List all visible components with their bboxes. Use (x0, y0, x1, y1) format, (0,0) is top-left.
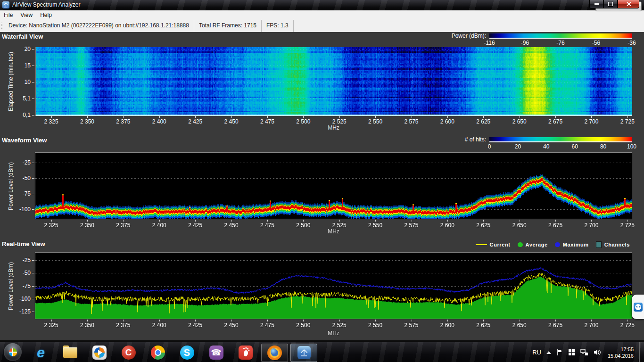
realtime-plot (35, 253, 632, 319)
x-tick-mark (51, 320, 52, 321)
x-tick-label: 2 450 (224, 118, 239, 125)
y-tick-mark (32, 273, 34, 273)
waterfall-colorbar-ticks: -116-96-76-56-36 (489, 40, 632, 46)
x-tick-mark (627, 320, 628, 321)
legend-maximum-label: Maximum (563, 242, 589, 247)
taskbar-apps: e C S ☎ (27, 342, 317, 362)
minimize-button[interactable] (589, 0, 603, 8)
restore-icon (608, 2, 613, 6)
taskbar-skype[interactable]: S (173, 344, 200, 362)
legend-average: Average (518, 242, 548, 247)
legend-current: Current (476, 242, 511, 247)
x-tick-label: 2 675 (548, 222, 562, 229)
x-tick-mark (267, 116, 268, 118)
x-tick-mark (231, 220, 232, 222)
x-tick-label: 2 650 (512, 118, 527, 125)
waveform-colorbar-label: # of hits: (465, 136, 486, 143)
teamviewer-panel[interactable] (632, 295, 644, 319)
x-tick-label: 2 400 (152, 222, 166, 229)
toolbar-grip (1, 23, 2, 29)
menu-help[interactable]: Help (36, 10, 56, 20)
rf-frames-count: Total RF Frames: 1715 (194, 20, 262, 32)
y-tick-label: -25 (23, 257, 31, 263)
x-tick-label: 2 450 (224, 222, 239, 229)
volume-icon[interactable] (594, 349, 601, 356)
x-tick-mark (412, 320, 412, 321)
x-tick-label: 2 700 (584, 322, 598, 329)
skype-icon: S (180, 346, 194, 360)
window-title: AirView Spectrum Analyzer (12, 1, 81, 8)
x-tick-label: 2 400 (152, 322, 166, 329)
realtime-x-axis: 2 3252 3502 3752 4002 4252 4502 4752 500… (35, 320, 632, 329)
taskbar-chrome[interactable] (144, 344, 171, 362)
y-tick-mark (32, 49, 34, 49)
y-tick-mark (32, 260, 34, 261)
x-tick-mark (483, 220, 484, 222)
taskbar-viber[interactable]: ☎ (203, 344, 230, 362)
x-tick-mark (483, 116, 484, 118)
start-button[interactable] (4, 343, 22, 361)
x-tick-label: 2 625 (476, 222, 490, 229)
taskbar-media-player[interactable] (86, 344, 113, 362)
y-tick-mark (32, 209, 34, 210)
y-tick-label: 5,1 (23, 95, 31, 102)
get-windows-icon[interactable] (568, 349, 575, 356)
x-tick-label: 2 700 (584, 118, 598, 125)
maximum-dot-swatch (555, 242, 560, 247)
x-tick-label: 2 575 (404, 322, 418, 329)
legend-current-label: Current (490, 242, 511, 247)
x-tick-label: 2 525 (332, 222, 347, 229)
hidden-icons-arrow[interactable] (546, 351, 551, 354)
window-controls (589, 0, 639, 8)
show-desktop-button[interactable] (639, 342, 644, 362)
internet-explorer-icon: e (37, 346, 45, 360)
taskbar-airview-active[interactable] (290, 344, 317, 362)
x-tick-label: 2 725 (620, 118, 635, 125)
language-indicator[interactable]: RU (532, 349, 541, 356)
status-toolbar: Device: NanoStation M2 (0027222EF099) on… (0, 20, 644, 32)
restore-button[interactable] (603, 0, 618, 8)
taskbar-internet-explorer[interactable]: e (27, 344, 54, 362)
waveform-section-title: Waveform View (2, 137, 47, 144)
taskbar-footprint-app[interactable] (232, 344, 259, 362)
x-tick-mark (339, 220, 340, 222)
menu-file[interactable]: File (0, 10, 17, 20)
close-button[interactable] (618, 0, 639, 8)
x-tick-mark (375, 116, 376, 118)
x-tick-mark (87, 116, 88, 118)
windows-flag-icon (9, 348, 17, 356)
x-tick-label: 2 525 (332, 118, 347, 125)
hits-gradient-bar (489, 137, 632, 142)
tray-clock[interactable]: 17:55 15.04.2016 (608, 346, 634, 359)
taskbar-firefox[interactable] (261, 344, 288, 362)
x-tick-label: 2 575 (404, 118, 418, 125)
x-tick-label: 2 500 (296, 222, 310, 229)
x-tick-label: 2 375 (116, 118, 130, 125)
x-tick-label: 2 350 (80, 222, 94, 229)
x-tick-mark (231, 116, 232, 118)
x-tick-label: 2 475 (260, 322, 274, 329)
x-tick-label: 2 600 (440, 322, 454, 329)
x-tick-mark (87, 320, 88, 321)
tray-time: 17:55 (608, 346, 634, 353)
y-tick-label: -50 (23, 270, 31, 276)
x-tick-label: 2 650 (512, 322, 527, 329)
taskbar-file-explorer[interactable] (57, 344, 83, 362)
system-tray: RU 17:55 15.04.2016 (532, 342, 638, 362)
colorbar-tick-label: 80 (600, 143, 606, 150)
taskbar: e C S ☎ RU 17:55 15.04.2016 (0, 342, 644, 362)
x-tick-label: 2 375 (116, 222, 130, 229)
legend-channels-label: Channels (604, 242, 630, 247)
menu-view[interactable]: View (17, 10, 36, 20)
y-tick-mark (32, 163, 34, 163)
network-icon[interactable] (580, 349, 588, 356)
taskbar-ccleaner[interactable]: C (115, 344, 142, 362)
action-center-flag-icon[interactable] (556, 349, 563, 356)
x-tick-mark (231, 320, 232, 321)
x-tick-mark (555, 320, 556, 321)
x-tick-mark (627, 220, 628, 222)
x-tick-label: 2 400 (152, 118, 166, 125)
y-tick-label: -75 (23, 283, 31, 289)
menubar: File View Help (0, 10, 644, 20)
y-tick-label: -75 (23, 190, 31, 197)
